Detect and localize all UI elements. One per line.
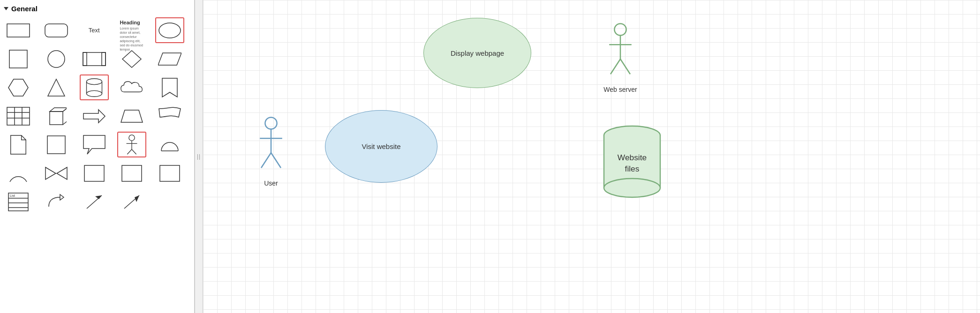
shape-triangle[interactable] — [42, 75, 71, 100]
shape-cloud[interactable] — [117, 75, 146, 100]
shape-cylinder[interactable] — [80, 75, 109, 100]
display-webpage-element[interactable]: Display webpage — [423, 18, 531, 88]
user-shape — [255, 116, 287, 177]
web-server-element[interactable]: Web server — [597, 14, 644, 101]
shapes-grid: Text Heading Lorem ipsum dolor sit amet,… — [4, 17, 190, 215]
panel-title: General — [11, 5, 38, 13]
svg-point-29 — [129, 134, 135, 140]
svg-marker-45 — [60, 194, 64, 200]
shapes-panel: General Text Heading Lorem ipsum dolor s… — [0, 0, 195, 313]
shape-wave-flag[interactable] — [155, 103, 184, 129]
svg-marker-11 — [48, 79, 65, 96]
shape-rect5[interactable] — [155, 160, 184, 186]
shape-diag-arrow1[interactable] — [80, 189, 109, 215]
web-server-label: Web server — [603, 86, 637, 93]
svg-marker-35 — [45, 167, 56, 179]
shape-half-circle[interactable] — [155, 132, 184, 157]
panel-header: General — [4, 5, 190, 13]
shape-rounded-rect[interactable] — [42, 17, 71, 43]
shape-hexagon[interactable] — [4, 75, 33, 100]
svg-point-15 — [86, 90, 102, 97]
shape-cube[interactable] — [42, 103, 71, 129]
svg-line-33 — [132, 149, 136, 154]
shape-rect4[interactable] — [117, 160, 146, 186]
shape-callout[interactable] — [80, 132, 109, 157]
svg-point-12 — [86, 78, 102, 84]
shape-actor[interactable] — [117, 132, 146, 157]
svg-line-58 — [261, 153, 271, 168]
shape-rect3[interactable] — [80, 160, 109, 186]
svg-text:files: files — [625, 164, 640, 173]
svg-marker-9 — [158, 53, 181, 65]
svg-marker-49 — [135, 195, 139, 202]
svg-line-23 — [63, 108, 67, 112]
svg-text:Website: Website — [618, 153, 647, 162]
svg-line-54 — [620, 59, 630, 74]
shape-heading[interactable]: Heading Lorem ipsum dolor sit amet, cons… — [117, 17, 146, 43]
svg-rect-39 — [160, 165, 180, 181]
shape-film[interactable] — [80, 46, 109, 72]
svg-line-32 — [128, 149, 132, 154]
display-webpage-label: Display webpage — [451, 49, 504, 57]
shape-parallelogram[interactable] — [155, 46, 184, 72]
shape-diamond[interactable] — [117, 46, 146, 72]
shape-trapezoid[interactable] — [117, 103, 146, 129]
svg-marker-26 — [83, 110, 105, 123]
visit-website-element[interactable]: Visit website — [325, 110, 437, 183]
svg-text:List: List — [10, 194, 15, 197]
shape-bowtie[interactable] — [42, 160, 71, 186]
shape-square2[interactable] — [42, 132, 71, 157]
shape-list[interactable]: List — [4, 189, 33, 215]
svg-rect-1 — [45, 24, 68, 37]
svg-point-64 — [604, 179, 660, 197]
visit-website-label: Visit website — [362, 142, 400, 150]
svg-point-55 — [265, 117, 277, 129]
svg-marker-21 — [50, 112, 63, 125]
shape-arrow-right[interactable] — [80, 103, 109, 129]
svg-point-2 — [159, 23, 181, 38]
shape-square[interactable] — [4, 46, 33, 72]
user-element[interactable]: User — [248, 108, 294, 194]
svg-rect-16 — [7, 107, 30, 125]
svg-point-50 — [614, 23, 626, 35]
shape-diag-arrow2[interactable] — [117, 189, 146, 215]
shape-text[interactable]: Text — [80, 17, 109, 43]
panel-resize-handle[interactable]: || — [195, 0, 203, 313]
shape-ellipse[interactable] — [155, 17, 184, 43]
visit-website-shape[interactable]: Visit website — [325, 110, 437, 183]
shape-arc[interactable] — [4, 160, 33, 186]
svg-marker-27 — [121, 110, 143, 122]
shape-wide-rect[interactable] — [4, 17, 33, 43]
website-files-shape: Website files — [599, 124, 665, 199]
shape-table[interactable] — [4, 103, 33, 129]
svg-marker-8 — [122, 51, 141, 67]
shape-circle[interactable] — [42, 46, 71, 72]
shape-document[interactable] — [4, 132, 33, 157]
svg-rect-28 — [47, 136, 65, 154]
user-label: User — [264, 179, 278, 187]
svg-marker-47 — [95, 195, 102, 199]
svg-rect-0 — [7, 24, 30, 37]
website-files-element[interactable]: Website files — [597, 122, 667, 201]
svg-rect-3 — [9, 50, 27, 68]
svg-marker-36 — [57, 167, 67, 179]
svg-line-59 — [271, 153, 281, 168]
svg-marker-10 — [8, 79, 28, 96]
display-webpage-shape[interactable]: Display webpage — [423, 18, 531, 88]
shape-bookmark[interactable] — [155, 75, 184, 100]
svg-point-4 — [48, 51, 65, 67]
svg-rect-5 — [83, 52, 106, 66]
shape-curved-arrow[interactable] — [42, 189, 71, 215]
drag-handle-icon: || — [197, 153, 201, 160]
diagram-canvas[interactable]: Display webpage Web server User Visit we… — [203, 0, 980, 313]
svg-rect-6 — [83, 52, 87, 66]
svg-line-25 — [63, 121, 67, 125]
svg-rect-37 — [84, 165, 104, 181]
web-server-shape — [604, 22, 637, 83]
collapse-icon[interactable] — [4, 7, 8, 10]
svg-rect-38 — [122, 165, 142, 181]
svg-line-53 — [611, 59, 620, 74]
svg-rect-7 — [102, 52, 106, 66]
